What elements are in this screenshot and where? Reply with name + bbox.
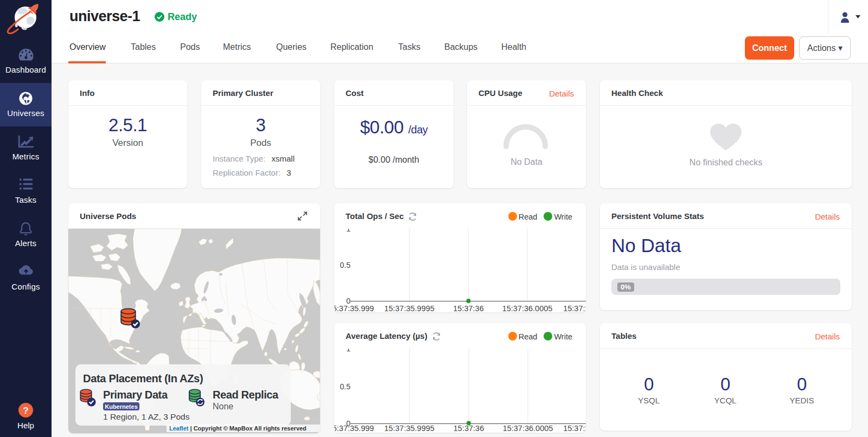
svg-text:1: 1 <box>346 349 350 353</box>
svg-text:15:37:35.999: 15:37:35.999 <box>334 304 374 312</box>
svg-text:1: 1 <box>346 229 350 233</box>
svg-text:Primary Data: Primary Data <box>103 389 168 401</box>
svg-text:15:37:35.9995: 15:37:35.9995 <box>384 424 435 433</box>
svg-text:Read Replica: Read Replica <box>213 389 279 401</box>
svg-text:Leaflet | Copyright © MapBox A: Leaflet | Copyright © MapBox All rights … <box>169 425 307 432</box>
svg-text:15:37:36.001: 15:37:36.001 <box>563 424 586 433</box>
svg-text:Kubernetes: Kubernetes <box>105 403 138 410</box>
svg-text:15:37:36: 15:37:36 <box>453 304 483 312</box>
svg-text:0.5: 0.5 <box>340 382 351 391</box>
svg-text:15:37:36.0005: 15:37:36.0005 <box>502 304 553 312</box>
svg-text:15:37:36: 15:37:36 <box>454 424 484 433</box>
svg-text:0.5: 0.5 <box>340 261 351 269</box>
svg-text:15:37:35.999: 15:37:35.999 <box>334 424 374 433</box>
svg-text:None: None <box>213 402 233 411</box>
svg-text:15:37:36.0005: 15:37:36.0005 <box>503 424 553 433</box>
svg-text:15:37:35.9995: 15:37:35.9995 <box>384 304 435 312</box>
svg-text:1 Region, 1 AZ, 3 Pods: 1 Region, 1 AZ, 3 Pods <box>103 412 190 421</box>
svg-text:15:37:36.001: 15:37:36.001 <box>563 304 586 312</box>
svg-text:?: ? <box>23 406 28 416</box>
svg-text:Data Placement (In AZs): Data Placement (In AZs) <box>83 372 203 384</box>
